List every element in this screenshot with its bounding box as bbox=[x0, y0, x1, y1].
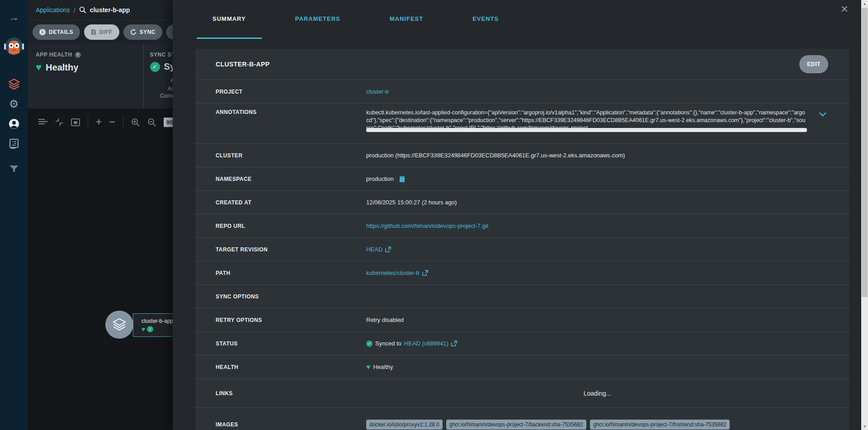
node-synced-check-icon: ✓ bbox=[147, 326, 153, 332]
diff-button-label: DIFF bbox=[99, 29, 113, 35]
magnifier-plus-icon[interactable] bbox=[131, 118, 140, 127]
image-badge: docker.io/istio/proxyv2:1.28.0 bbox=[366, 420, 443, 430]
annotations-h-scrollbar[interactable] bbox=[366, 128, 807, 132]
details-button-label: DETAILS bbox=[49, 29, 73, 35]
card-header: CLUSTER-B-APP EDIT bbox=[195, 49, 849, 80]
argocd-app-screen: → ⚙ bbox=[0, 0, 868, 430]
repo-url-link[interactable]: https://github.com/himanm/devops-project… bbox=[366, 222, 488, 229]
edit-button-label: EDIT bbox=[807, 61, 821, 67]
zoom-out-minus-icon[interactable]: − bbox=[109, 116, 115, 128]
row-status: STATUS ✓ Synced to HEAD (c689941) bbox=[195, 331, 849, 355]
row-retry-options: RETRY OPTIONS Retry disabled bbox=[195, 308, 849, 331]
argocd-logo[interactable] bbox=[4, 37, 24, 62]
status-revision-link[interactable]: HEAD (c689941) bbox=[404, 340, 448, 347]
external-link-icon[interactable] bbox=[451, 340, 457, 346]
sidebar-item-user[interactable] bbox=[0, 114, 28, 134]
tab-summary[interactable]: SUMMARY bbox=[197, 0, 262, 39]
created-at-value: 12/06/2025 15:00:27 (2 hours ago) bbox=[366, 199, 457, 206]
sidebar-item-settings[interactable]: ⚙ bbox=[0, 94, 28, 114]
breadcrumb-separator: / bbox=[74, 6, 75, 14]
path-link[interactable]: kubernetes/cluster-b bbox=[366, 269, 420, 276]
sync-button-label: SYNC bbox=[140, 29, 156, 35]
zoom-in-plus-icon[interactable]: + bbox=[96, 116, 102, 128]
magnifier-minus-icon[interactable] bbox=[147, 118, 156, 127]
images-label: IMAGES bbox=[216, 421, 366, 428]
health-value: Healthy bbox=[373, 364, 393, 370]
row-project: PROJECT cluster-b bbox=[195, 80, 849, 103]
nav-sidebar: → ⚙ bbox=[0, 0, 28, 430]
target-revision-link[interactable]: HEAD bbox=[366, 246, 382, 253]
svg-text:?: ? bbox=[12, 141, 14, 144]
sidebar-item-applications[interactable] bbox=[0, 74, 28, 94]
scrollbar-thumb[interactable] bbox=[862, 8, 868, 297]
user-icon bbox=[9, 118, 19, 129]
external-link-icon[interactable] bbox=[422, 270, 428, 276]
tab-events[interactable]: EVENTS bbox=[457, 0, 514, 39]
help-question-icon[interactable]: ? bbox=[75, 52, 81, 58]
created-at-label: CREATED AT bbox=[216, 199, 366, 206]
sidebar-expand-button[interactable]: → bbox=[0, 7, 28, 27]
arrow-right-icon: → bbox=[9, 11, 19, 24]
tab-manifest[interactable]: MANIFEST bbox=[374, 0, 439, 39]
row-repo-url: REPO URL https://github.com/himanm/devop… bbox=[195, 214, 849, 237]
project-label: PROJECT bbox=[216, 89, 366, 95]
image-badges: docker.io/istio/proxyv2:1.28.0 ghcr.io/h… bbox=[366, 420, 730, 430]
sidebar-item-docs[interactable]: ? bbox=[0, 134, 28, 154]
status-label: STATUS bbox=[216, 340, 366, 347]
breadcrumb-applications-link[interactable]: Applications bbox=[36, 6, 70, 14]
namespace-value: production bbox=[366, 175, 394, 182]
scrollbar-down-icon[interactable]: ▼ bbox=[861, 423, 868, 430]
node-layers-icon bbox=[112, 317, 127, 332]
summary-card: CLUSTER-B-APP EDIT PROJECT cluster-b ANN… bbox=[195, 49, 849, 430]
row-links: LINKS Loading... bbox=[195, 378, 849, 407]
details-button[interactable]: i DETAILS bbox=[33, 24, 80, 40]
scrollbar-up-icon[interactable]: ▲ bbox=[861, 0, 868, 7]
row-target-revision: TARGET REVISION HEAD bbox=[195, 237, 849, 261]
image-badge: ghcr.io/himanm/devops-project-7/frontend… bbox=[590, 420, 730, 430]
toolbar-divider bbox=[88, 116, 88, 128]
row-sync-options: SYNC OPTIONS bbox=[195, 284, 849, 308]
repo-url-label: REPO URL bbox=[216, 223, 366, 229]
retry-options-label: RETRY OPTIONS bbox=[216, 317, 366, 323]
app-details-panel: SUMMARY PARAMETERS MANIFEST EVENTS × CLU… bbox=[173, 0, 868, 430]
copy-clipboard-icon[interactable] bbox=[399, 175, 405, 183]
edit-button[interactable]: EDIT bbox=[799, 55, 828, 73]
health-label: HEALTH bbox=[216, 364, 366, 370]
path-label: PATH bbox=[216, 270, 366, 276]
row-images: IMAGES docker.io/istio/proxyv2:1.28.0 gh… bbox=[195, 407, 849, 430]
panel-tab-bar: SUMMARY PARAMETERS MANIFEST EVENTS bbox=[173, 0, 868, 39]
node-healthy-heart-icon: ♥ bbox=[142, 326, 145, 333]
target-revision-label: TARGET REVISION bbox=[216, 246, 366, 253]
panel-scrollbar[interactable]: ▲ ▼ bbox=[861, 0, 868, 430]
healthy-heart-icon: ♥ bbox=[36, 61, 42, 73]
chevron-down-icon[interactable] bbox=[819, 112, 827, 118]
sync-button[interactable]: SYNC bbox=[123, 24, 162, 40]
docs-book-icon: ? bbox=[9, 138, 19, 149]
close-panel-icon[interactable]: × bbox=[841, 1, 848, 17]
diff-button[interactable]: DIFF bbox=[84, 24, 119, 40]
row-namespace: NAMESPACE production bbox=[195, 167, 849, 190]
sync-options-label: SYNC OPTIONS bbox=[216, 293, 366, 300]
fit-to-frame-icon[interactable] bbox=[71, 118, 80, 126]
app-node-avatar[interactable] bbox=[105, 311, 133, 339]
tab-parameters[interactable]: PARAMETERS bbox=[279, 0, 356, 39]
external-link-icon[interactable] bbox=[385, 246, 391, 252]
layout-list-icon[interactable] bbox=[38, 118, 47, 126]
cluster-value: production (https://EBCF339E3249846FD03E… bbox=[366, 152, 625, 159]
row-annotations: ANNOTATIONS kubectl.kubernetes.io/last-a… bbox=[195, 103, 849, 143]
card-title: CLUSTER-B-APP bbox=[216, 61, 270, 68]
project-link[interactable]: cluster-b bbox=[366, 88, 389, 95]
sidebar-item-filter[interactable] bbox=[0, 159, 28, 179]
row-created-at: CREATED AT 12/06/2025 15:00:27 (2 hours … bbox=[195, 190, 849, 214]
row-health: HEALTH ♥ Healthy bbox=[195, 355, 849, 378]
app-health-value: Healthy bbox=[46, 62, 78, 73]
app-health-label: APP HEALTH bbox=[36, 52, 72, 58]
graph-toolbar: + − 90% bbox=[38, 116, 181, 128]
namespace-label: NAMESPACE bbox=[216, 176, 366, 182]
info-circle-icon: i bbox=[39, 29, 46, 35]
compress-arrows-icon[interactable] bbox=[55, 118, 63, 126]
synced-check-icon: ✓ bbox=[366, 340, 373, 347]
breadcrumb-current-app: cluster-b-app bbox=[90, 6, 130, 14]
annotations-label: ANNOTATIONS bbox=[216, 109, 366, 115]
toolbar-divider bbox=[123, 116, 123, 128]
